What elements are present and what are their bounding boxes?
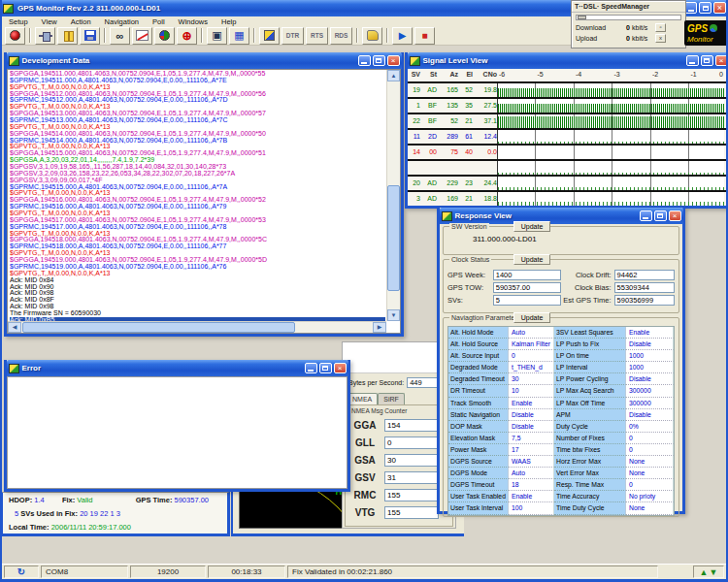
nav-param-value[interactable]: Disable <box>509 421 554 433</box>
nav-param-value[interactable]: Kalman Filter <box>509 339 554 350</box>
scroll-thumb[interactable] <box>22 322 295 333</box>
dev-minimize-button[interactable] <box>358 55 371 66</box>
nav-param-value[interactable]: 18 <box>509 479 554 491</box>
scroll-left-button[interactable]: ◀ <box>8 322 21 333</box>
speedmanager-restore-button[interactable]: ▫ <box>655 23 666 32</box>
horizontal-scrollbar[interactable]: ◀ ▶ <box>8 321 386 333</box>
nav-param-value[interactable]: Disable <box>509 409 554 421</box>
nmea-log-lines[interactable]: $GPGGA,194511.000,4801.4063,N,00752.0904… <box>10 71 385 321</box>
speedmanager-title[interactable]: T··DSL· SpeedManager <box>572 1 685 13</box>
nav-param-value[interactable]: 300000 <box>626 398 674 409</box>
response-minimize-button[interactable] <box>640 210 652 221</box>
save-button[interactable] <box>80 27 100 45</box>
clock-status-update-button[interactable]: Update <box>513 254 550 265</box>
clock-field-value[interactable]: 590356999 <box>614 295 675 306</box>
nav-param-value[interactable]: None <box>626 502 674 514</box>
counter-value-rmc[interactable]: 155 <box>384 489 439 501</box>
error-close-button[interactable]: × <box>334 363 347 373</box>
dev-close-button[interactable]: × <box>387 55 400 66</box>
play-button[interactable]: ▶ <box>392 27 413 45</box>
menu-item-setup[interactable]: Setup <box>2 17 35 26</box>
counter-value-vtg[interactable]: 155 <box>384 506 439 519</box>
shades-button[interactable]: ∞ <box>110 27 130 45</box>
chart-button[interactable] <box>132 27 152 45</box>
counter-value-gsa[interactable]: 30 <box>384 454 439 467</box>
signal-titlebar[interactable]: Signal Level View × <box>408 52 728 69</box>
clock-field-value[interactable]: 55309344 <box>614 282 675 293</box>
nav-param-value[interactable]: t_THEN_d <box>509 362 554 373</box>
monitor-button[interactable]: ▣ <box>207 27 227 45</box>
nav-param-value[interactable]: 1000 <box>626 362 674 373</box>
response-maximize-button[interactable] <box>654 210 667 221</box>
restore-button[interactable] <box>699 2 711 14</box>
compare-button[interactable] <box>259 27 280 45</box>
signal-minimize-button[interactable] <box>686 55 699 66</box>
connect-button[interactable] <box>35 27 55 45</box>
clock-field-value[interactable]: 5 <box>493 295 561 306</box>
counter-value-gll[interactable]: 0 <box>384 436 439 449</box>
counter-value-gsv[interactable]: 31 <box>384 471 439 484</box>
rds-button[interactable]: RDS <box>330 27 352 45</box>
nav-param-value[interactable]: Disable <box>626 373 674 385</box>
scroll-up-button[interactable]: ▲ <box>387 70 400 81</box>
nav-param-value[interactable]: 7,5 <box>509 433 554 444</box>
tab-nmea[interactable]: NMEA <box>347 393 378 404</box>
nav-param-value[interactable]: Enable <box>626 327 674 339</box>
nav-param-value[interactable]: 10 <box>509 385 554 397</box>
scroll-down-button[interactable]: ▼ <box>387 309 400 321</box>
nav-param-value[interactable]: Disable <box>626 339 674 350</box>
menu-item-windows[interactable]: Windows <box>172 17 215 26</box>
signal-maximize-button[interactable] <box>701 55 713 66</box>
nav-param-value[interactable]: Disable <box>626 409 674 421</box>
menu-item-poll[interactable]: Poll <box>146 17 172 26</box>
nav-param-value[interactable]: Enable <box>509 491 554 502</box>
nav-param-value[interactable]: 300000 <box>626 385 674 397</box>
grid-button[interactable]: ▦ <box>229 27 249 45</box>
nav-param-value[interactable]: None <box>626 456 674 468</box>
close-button[interactable]: × <box>713 2 726 14</box>
nav-param-value[interactable]: 0 <box>626 479 674 491</box>
nav-param-value[interactable]: 0 <box>509 350 554 362</box>
nav-param-value[interactable]: 0 <box>626 444 674 456</box>
nav-param-value[interactable]: 30 <box>509 373 554 385</box>
clock-field-value[interactable]: 590357.00 <box>493 282 561 293</box>
nav-params-update-button[interactable]: Update <box>513 312 550 323</box>
nav-param-value[interactable]: 17 <box>509 444 554 456</box>
sw-version-update-button[interactable]: Update <box>513 221 550 232</box>
dtr-button[interactable]: DTR <box>281 27 304 45</box>
clock-field-value[interactable]: 1400 <box>493 270 561 280</box>
pie-button[interactable] <box>154 27 175 45</box>
scroll-thumb[interactable] <box>387 185 400 291</box>
menu-item-action[interactable]: Action <box>64 17 98 26</box>
nav-param-value[interactable]: 100 <box>509 502 554 514</box>
nav-param-value[interactable]: 0% <box>626 421 674 433</box>
nav-param-value[interactable]: 1000 <box>626 350 674 362</box>
hand-button[interactable] <box>362 27 382 45</box>
error-minimize-button[interactable] <box>305 363 317 373</box>
nav-param-value[interactable]: Enable <box>509 398 554 409</box>
counter-value-gga[interactable]: 154 <box>384 419 439 432</box>
target-button[interactable]: ⊕ <box>177 27 197 45</box>
dev-maximize-button[interactable] <box>373 55 385 66</box>
nav-param-value[interactable]: Auto <box>509 468 554 479</box>
tab-sirf[interactable]: SiRF <box>378 393 405 404</box>
nav-param-value[interactable]: None <box>626 468 674 479</box>
menu-item-view[interactable]: View <box>35 17 64 26</box>
clock-field-value[interactable]: 94462 <box>614 270 675 280</box>
stop-button[interactable]: ■ <box>414 27 435 45</box>
dev-titlebar[interactable]: Development Data × <box>7 52 402 69</box>
pause-button[interactable] <box>57 27 78 45</box>
error-maximize-button[interactable] <box>319 363 332 373</box>
menu-item-navigation[interactable]: Navigation <box>98 17 146 26</box>
nav-param-value[interactable]: Auto <box>509 327 554 339</box>
response-close-button[interactable]: × <box>669 210 681 221</box>
error-titlebar[interactable]: Error × <box>7 360 348 376</box>
response-titlebar[interactable]: Response View × <box>440 208 683 224</box>
nav-param-value[interactable]: 0 <box>626 433 674 444</box>
nav-param-value[interactable]: No prioty <box>626 491 674 502</box>
rts-button[interactable]: RTS <box>306 27 328 45</box>
menu-item-help[interactable]: Help <box>215 17 243 26</box>
speedmanager-close-button[interactable]: x <box>655 34 666 43</box>
scroll-right-button[interactable]: ▶ <box>373 322 386 333</box>
vertical-scrollbar[interactable]: ▲ ▼ <box>386 70 400 321</box>
